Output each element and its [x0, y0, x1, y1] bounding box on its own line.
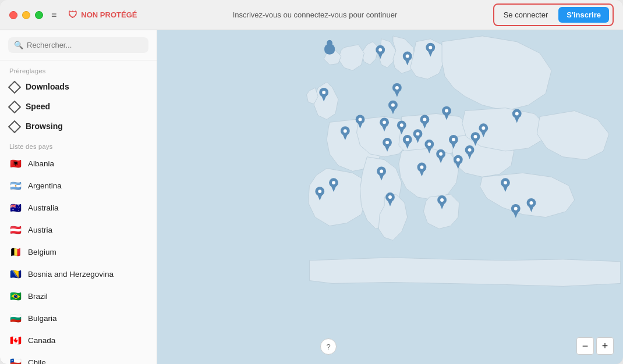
country-label-bulgaria: Bulgaria	[28, 314, 57, 323]
svg-point-61	[468, 148, 472, 152]
flag-bosnia: 🇧🇦	[9, 267, 22, 280]
diamond-icon	[9, 101, 20, 112]
search-container: 🔍	[0, 30, 157, 60]
svg-point-31	[439, 152, 443, 156]
svg-point-45	[318, 190, 321, 193]
preset-speed-label: Speed	[26, 102, 50, 111]
map-svg	[157, 30, 623, 364]
svg-point-59	[529, 201, 533, 205]
preset-downloads[interactable]: Downloads	[0, 77, 157, 97]
svg-point-37	[445, 109, 448, 113]
country-label-albania: Albania	[28, 159, 54, 168]
country-item-chile[interactable]: 🇨🇱Chile	[0, 351, 157, 364]
svg-point-13	[344, 129, 347, 133]
svg-point-43	[332, 181, 335, 184]
svg-point-15	[383, 120, 386, 124]
main-content: 🔍 Préreglages Downloads Speed Browsing L…	[0, 30, 623, 364]
svg-point-51	[440, 198, 444, 202]
flag-argentina: 🇦🇷	[9, 179, 22, 192]
map-zoom-controls: − +	[576, 337, 614, 355]
country-item-brazil[interactable]: 🇧🇷Brazil	[0, 285, 157, 307]
svg-point-11	[359, 117, 362, 121]
country-item-belgium[interactable]: 🇧🇪Belgium	[0, 241, 157, 263]
countries-label: Liste des pays	[0, 136, 157, 152]
svg-point-57	[514, 207, 518, 210]
svg-point-21	[416, 132, 420, 135]
svg-point-33	[456, 158, 460, 162]
flag-belgium: 🇧🇪	[9, 245, 22, 258]
status-text: NON PROTÉGÉ	[81, 10, 137, 19]
svg-point-35	[474, 135, 477, 138]
preset-browsing[interactable]: Browsing	[0, 116, 157, 136]
presets-label: Préreglages	[0, 60, 157, 77]
flag-austria: 🇦🇹	[9, 223, 22, 236]
country-item-austria[interactable]: 🇦🇹Austria	[0, 219, 157, 241]
traffic-lights	[9, 11, 43, 19]
svg-point-7	[429, 46, 432, 49]
close-button[interactable]	[9, 11, 17, 19]
login-button[interactable]: Se connecter	[498, 8, 554, 22]
svg-point-5	[406, 55, 409, 58]
preset-downloads-label: Downloads	[26, 82, 69, 91]
search-wrap[interactable]: 🔍	[8, 37, 148, 53]
svg-point-29	[452, 138, 455, 141]
country-item-argentina[interactable]: 🇦🇷Argentina	[0, 174, 157, 197]
sidebar: 🔍 Préreglages Downloads Speed Browsing L…	[0, 30, 157, 364]
flag-canada: 🇨🇦	[9, 334, 22, 347]
preset-speed[interactable]: Speed	[0, 97, 157, 116]
signup-button[interactable]: S'inscrire	[558, 7, 609, 23]
flag-bulgaria: 🇧🇬	[9, 312, 22, 324]
svg-point-47	[380, 169, 383, 173]
country-list: 🇦🇱Albania🇦🇷Argentina🇦🇺Australia🇦🇹Austria…	[0, 152, 157, 364]
country-item-albania[interactable]: 🇦🇱Albania	[0, 152, 157, 174]
country-label-belgium: Belgium	[28, 248, 56, 256]
svg-point-9	[322, 91, 325, 94]
country-label-brazil: Brazil	[28, 292, 48, 301]
preset-browsing-label: Browsing	[26, 122, 63, 131]
map-area: ? − +	[157, 30, 623, 364]
flag-chile: 🇨🇱	[9, 356, 22, 364]
flag-albania: 🇦🇱	[9, 157, 22, 170]
country-label-chile: Chile	[28, 358, 46, 365]
svg-point-27	[427, 142, 431, 146]
svg-point-53	[504, 181, 507, 184]
zoom-in-button[interactable]: +	[596, 337, 614, 355]
svg-point-65	[395, 86, 399, 90]
country-label-bosnia: Bosnia and Herzegovina	[28, 270, 114, 279]
search-input[interactable]	[27, 41, 143, 49]
svg-point-17	[400, 123, 403, 127]
minimize-button[interactable]	[22, 11, 30, 19]
svg-point-39	[515, 112, 519, 116]
map-help-button[interactable]: ?	[320, 338, 337, 355]
flag-brazil: 🇧🇷	[9, 290, 22, 302]
svg-point-3	[378, 48, 382, 52]
search-icon: 🔍	[14, 41, 23, 49]
zoom-out-button[interactable]: −	[576, 337, 594, 355]
svg-point-41	[391, 104, 395, 107]
maximize-button[interactable]	[35, 11, 43, 19]
shield-icon: 🛡	[68, 10, 77, 20]
auth-actions: Se connecter S'inscrire	[493, 3, 614, 26]
svg-point-55	[482, 126, 485, 130]
flag-australia: 🇦🇺	[9, 201, 22, 214]
titlebar-center-text: Inscrivez-vous ou connectez-vous pour co…	[137, 10, 493, 19]
svg-point-19	[423, 117, 426, 121]
menu-icon[interactable]: ≡	[51, 10, 56, 20]
svg-point-49	[388, 195, 392, 199]
svg-point-63	[420, 166, 423, 169]
svg-point-23	[406, 138, 409, 141]
country-item-australia[interactable]: 🇦🇺Australia	[0, 197, 157, 219]
svg-point-25	[385, 141, 389, 144]
country-item-bosnia[interactable]: 🇧🇦Bosnia and Herzegovina	[0, 263, 157, 285]
country-label-australia: Australia	[28, 204, 59, 212]
country-label-canada: Canada	[28, 336, 55, 345]
titlebar: ≡ 🛡 NON PROTÉGÉ Inscrivez-vous ou connec…	[0, 0, 623, 30]
country-item-bulgaria[interactable]: 🇧🇬Bulgaria	[0, 307, 157, 329]
diamond-icon	[9, 121, 20, 131]
country-label-austria: Austria	[28, 226, 52, 234]
country-label-argentina: Argentina	[28, 181, 62, 190]
country-item-canada[interactable]: 🇨🇦Canada	[0, 329, 157, 351]
diamond-icon	[9, 81, 20, 92]
status-badge: 🛡 NON PROTÉGÉ	[68, 10, 137, 20]
